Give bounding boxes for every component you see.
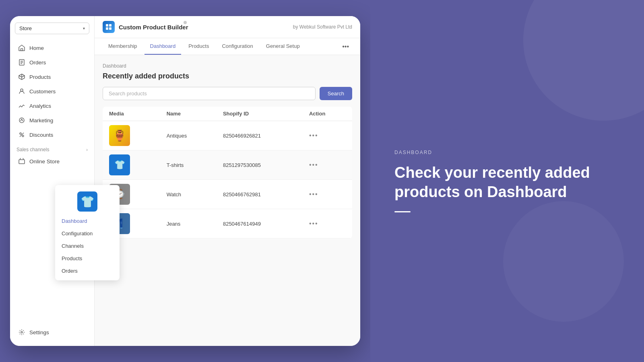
store-selector[interactable]: Store ▾ (15, 23, 89, 34)
app-name: Custom Product Builder (119, 24, 188, 31)
customers-icon (18, 88, 25, 95)
sidebar-item-orders[interactable]: Orders (12, 56, 93, 69)
cell-shopify-id: 8250466926821 (217, 121, 303, 150)
tablet-indicator (184, 21, 187, 24)
right-panel: DASHBOARD Check your recently added prod… (370, 0, 644, 362)
search-row: Search (103, 87, 352, 100)
svg-point-7 (21, 331, 23, 333)
settings-icon (18, 329, 25, 336)
products-icon (18, 73, 25, 80)
cell-name: Jeans (160, 209, 217, 239)
submenu-item-products[interactable]: Products (55, 252, 120, 265)
tab-dashboard[interactable]: Dashboard (144, 38, 182, 55)
sidebar-item-customers[interactable]: Customers (12, 84, 93, 98)
svg-rect-9 (109, 24, 111, 27)
left-panel: Store ▾ Home (0, 0, 370, 362)
sidebar-item-home[interactable]: Home (12, 41, 93, 55)
svg-rect-10 (106, 27, 108, 30)
cell-action[interactable]: ••• (303, 150, 352, 180)
col-media: Media (103, 107, 160, 121)
svg-point-4 (20, 133, 21, 134)
table-row: 🏺 Antiques 8250466926821 ••• (103, 121, 352, 150)
orders-label: Orders (29, 60, 46, 66)
tabs-more-button[interactable]: ••• (339, 40, 352, 53)
search-input[interactable] (103, 87, 316, 100)
cell-action[interactable]: ••• (303, 180, 352, 209)
tabs-bar: Membership Dashboard Products Configurat… (95, 38, 360, 55)
discounts-label: Discounts (29, 132, 53, 138)
search-button[interactable]: Search (320, 87, 352, 100)
action-menu-button[interactable]: ••• (309, 191, 318, 197)
submenu-item-configuration[interactable]: Configuration (55, 227, 120, 240)
submenu-item-channels[interactable]: Channels (55, 240, 120, 252)
cell-action[interactable]: ••• (303, 209, 352, 239)
products-label: Products (29, 74, 51, 80)
svg-rect-0 (21, 49, 23, 51)
cell-shopify-id: 8251297530085 (217, 150, 303, 180)
svg-rect-8 (106, 24, 108, 27)
settings-label: Settings (29, 329, 49, 335)
svg-rect-6 (19, 160, 25, 164)
submenu-item-orders[interactable]: Orders (55, 265, 120, 277)
action-menu-button[interactable]: ••• (309, 132, 318, 139)
sidebar: Store ▾ Home (10, 16, 95, 346)
sales-channels-chevron-icon[interactable]: › (86, 147, 88, 152)
cell-media: 👕 (103, 150, 160, 180)
tab-membership[interactable]: Membership (103, 38, 143, 55)
sidebar-item-discounts[interactable]: Discounts (12, 128, 93, 142)
action-menu-button[interactable]: ••• (309, 161, 318, 168)
sidebar-item-marketing[interactable]: Marketing (12, 113, 93, 127)
online-store-icon (18, 158, 25, 165)
col-action: Action (303, 107, 352, 121)
breadcrumb: Dashboard (103, 63, 352, 69)
page-title: Recently added products (103, 72, 352, 80)
col-name: Name (160, 107, 217, 121)
dashboard-label: DASHBOARD (394, 150, 620, 155)
action-menu-button[interactable]: ••• (309, 220, 318, 227)
svg-rect-11 (109, 27, 111, 30)
orders-icon (18, 59, 25, 66)
cell-name: Watch (160, 180, 217, 209)
sidebar-item-products[interactable]: Products (12, 70, 93, 84)
sales-channels-label: Sales channels (17, 147, 49, 152)
store-chevron-icon: ▾ (83, 26, 85, 31)
page-content: Dashboard Recently added products Search… (95, 55, 360, 346)
app-title-group: Custom Product Builder (103, 21, 188, 33)
analytics-label: Analytics (29, 103, 51, 109)
table-row: 👖 Jeans 8250467614949 ••• (103, 209, 352, 239)
svg-point-2 (21, 89, 23, 91)
table-row: 👕 T-shirts 8251297530085 ••• (103, 150, 352, 180)
tab-products[interactable]: Products (183, 38, 215, 55)
marketing-icon (18, 117, 25, 124)
submenu-item-dashboard[interactable]: Dashboard (55, 215, 120, 227)
cell-action[interactable]: ••• (303, 121, 352, 150)
analytics-icon (18, 102, 25, 109)
online-store-label: Online Store (29, 158, 60, 165)
submenu-logo: 👕 (77, 191, 97, 212)
main-content: Custom Product Builder by Webkul Softwar… (95, 16, 360, 346)
cell-shopify-id: 8250466762981 (217, 180, 303, 209)
svg-point-5 (22, 135, 24, 137)
col-shopify-id: Shopify ID (217, 107, 303, 121)
customers-label: Customers (29, 88, 56, 95)
home-icon (18, 44, 25, 51)
products-table: Media Name Shopify ID Action 🏺 Antiques … (103, 107, 352, 239)
dashboard-headline: Check your recently added products on Da… (394, 163, 620, 202)
sidebar-item-analytics[interactable]: Analytics (12, 99, 93, 113)
marketing-label: Marketing (29, 117, 53, 123)
cell-name: Antiques (160, 121, 217, 150)
sales-channels-section: Sales channels › (10, 142, 94, 154)
home-label: Home (29, 45, 44, 51)
dashboard-divider (394, 211, 411, 212)
app-logo (103, 21, 115, 33)
sidebar-item-online-store[interactable]: Online Store (12, 154, 93, 168)
discounts-icon (18, 131, 25, 138)
tab-configuration[interactable]: Configuration (216, 38, 258, 55)
sidebar-item-settings[interactable]: Settings (12, 325, 93, 339)
table-row: ⌚ Watch 8250466762981 ••• (103, 180, 352, 209)
tablet-frame: Store ▾ Home (10, 16, 360, 346)
store-label: Store (19, 25, 32, 31)
tab-general-setup[interactable]: General Setup (260, 38, 305, 55)
cell-shopify-id: 8250467614949 (217, 209, 303, 239)
cell-name: T-shirts (160, 150, 217, 180)
